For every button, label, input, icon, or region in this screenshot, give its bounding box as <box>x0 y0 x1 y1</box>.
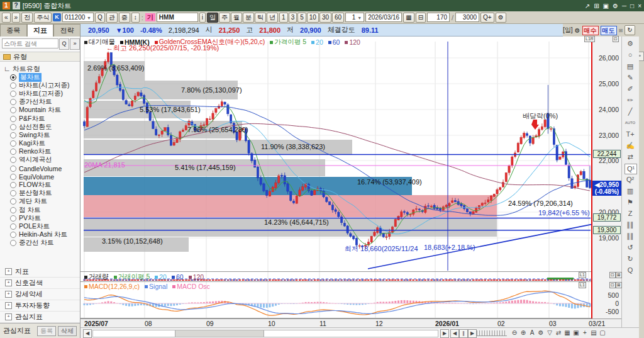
interval-5-button[interactable]: 5 <box>297 13 306 23</box>
candle[interactable] <box>466 209 468 212</box>
smart-search-input[interactable] <box>2 38 58 48</box>
candle[interactable] <box>92 91 94 98</box>
auto-trendline-icon[interactable]: AUTO <box>625 118 636 128</box>
candle[interactable] <box>463 205 465 208</box>
popout-icon[interactable]: ↗ <box>585 3 590 9</box>
window-settings-icon[interactable]: ⚙ <box>613 3 618 9</box>
candle[interactable] <box>487 200 489 202</box>
candle[interactable] <box>212 113 214 120</box>
capture-icon[interactable]: ▣ <box>603 3 609 9</box>
candle[interactable] <box>401 211 402 217</box>
candle[interactable] <box>257 167 258 178</box>
bar-count-input[interactable]: 170 <box>427 13 450 22</box>
pane-chip[interactable]: ⊠ <box>616 282 622 288</box>
bar-width-slider[interactable] <box>477 330 507 336</box>
candle[interactable] <box>221 102 223 106</box>
parallel-line-icon[interactable]: ⇄ <box>625 152 636 162</box>
candle[interactable] <box>436 208 438 209</box>
candle[interactable] <box>508 166 510 172</box>
bar-total-input[interactable]: 3000 <box>455 13 479 22</box>
pause-icon[interactable]: ∥ <box>459 329 468 338</box>
candle[interactable] <box>248 140 250 154</box>
candle[interactable] <box>427 206 429 206</box>
candle[interactable] <box>439 208 441 210</box>
candle[interactable] <box>538 130 540 137</box>
candle[interactable] <box>149 112 151 120</box>
pane-chip[interactable]: L1 <box>579 272 586 278</box>
sidebar-section-신호검색[interactable]: +신호검색 <box>0 278 80 289</box>
chart-scrollbar[interactable] <box>92 330 438 337</box>
flag-marker-icon[interactable]: ⚑ <box>625 198 636 207</box>
candle[interactable] <box>122 90 124 100</box>
zigzag-icon[interactable]: Z <box>625 209 636 218</box>
tab-종목[interactable]: 종목 <box>0 24 27 37</box>
interval-dropdown-icon[interactable]: ▼ <box>357 16 362 20</box>
candle[interactable] <box>275 183 277 188</box>
sidebar-section-투자자동향[interactable]: +투자자동향 <box>0 300 80 312</box>
candle[interactable] <box>209 119 211 120</box>
bars-compress-icon[interactable]: ∥∥ <box>625 220 636 230</box>
period-일-button[interactable]: 일 <box>207 13 218 23</box>
tab-전략[interactable]: 전략 <box>53 24 80 37</box>
candle[interactable] <box>418 209 420 210</box>
candle[interactable] <box>83 121 85 126</box>
candle[interactable] <box>170 135 172 145</box>
candle[interactable] <box>326 197 328 201</box>
candle[interactable] <box>292 201 294 203</box>
quote-settings-icon[interactable]: ⚙ <box>575 27 580 34</box>
interval-select[interactable]: 1 ▼ <box>345 13 364 22</box>
undo-icon[interactable]: ↺ <box>625 243 636 252</box>
period-년-button[interactable]: 년 <box>267 13 278 23</box>
chart-type-option[interactable]: CandleVolume <box>0 164 80 172</box>
crosshair-icon[interactable]: + <box>581 329 589 337</box>
print-icon[interactable]: ▤ <box>590 329 597 337</box>
candle[interactable] <box>164 128 166 131</box>
delete-button[interactable]: 삭제 <box>58 326 77 336</box>
candle[interactable] <box>311 191 313 195</box>
refresh-icon[interactable]: ↻ <box>625 25 635 35</box>
candle[interactable] <box>116 75 118 85</box>
toolbar-settings-icon[interactable]: ⚙ <box>496 13 506 23</box>
candle[interactable] <box>454 200 456 201</box>
candle[interactable] <box>328 202 330 205</box>
bars-expand-icon[interactable]: ∥∥ <box>625 232 636 241</box>
nav-forward-button[interactable]: » <box>12 13 21 23</box>
candle[interactable] <box>134 96 136 99</box>
magnifier-icon[interactable]: Q <box>625 266 636 275</box>
candle[interactable] <box>583 171 585 179</box>
sidebar-section-강세약세[interactable]: +강세약세 <box>0 289 80 300</box>
sidebar-section-지표[interactable]: +지표 <box>0 266 80 278</box>
candle[interactable] <box>290 191 292 201</box>
candle[interactable] <box>529 136 531 143</box>
chart-type-option[interactable]: 중간선 차트 <box>0 239 80 247</box>
zoom-in-icon[interactable]: ⊕ <box>519 329 527 337</box>
pane-chip[interactable]: L1R <box>584 36 595 42</box>
candle[interactable] <box>490 196 492 201</box>
tab-지표[interactable]: 지표 <box>27 24 54 37</box>
chart-type-option[interactable]: 삼선전환도 <box>0 123 80 131</box>
candle[interactable] <box>556 145 558 161</box>
pattern-analysis-icon[interactable]: ▤ <box>625 62 636 71</box>
symbol-name-field[interactable]: HMM <box>157 13 198 22</box>
candle[interactable] <box>161 131 163 134</box>
fullscreen-icon[interactable]: ▢ <box>599 329 606 337</box>
candle[interactable] <box>137 93 139 96</box>
candle[interactable] <box>523 133 525 137</box>
candle[interactable] <box>263 184 265 191</box>
help-icon[interactable]: ? <box>13 2 20 9</box>
step-back-icon[interactable]: ◀ <box>450 329 459 338</box>
candle[interactable] <box>451 201 453 203</box>
pane-chip[interactable]: ⊡ <box>609 272 616 278</box>
chart-type-option[interactable]: P&F차트 <box>0 115 80 123</box>
candle[interactable] <box>86 108 88 127</box>
interval-1-button[interactable]: 1 <box>279 13 288 23</box>
candle[interactable] <box>260 177 262 184</box>
asset-type-button[interactable]: 주식 <box>34 13 52 23</box>
search-collapse-icon[interactable]: » <box>70 38 80 50</box>
scroll-right-button[interactable]: ▶ <box>440 329 449 338</box>
candle[interactable] <box>107 53 109 62</box>
stock-code-input[interactable]: 011200 ▼ <box>62 13 94 22</box>
time-axis[interactable]: 2025/0708091011122026/01020303/21 <box>80 318 621 327</box>
tool-settings-icon[interactable]: ⚙ <box>625 39 636 48</box>
candle[interactable] <box>484 203 486 203</box>
